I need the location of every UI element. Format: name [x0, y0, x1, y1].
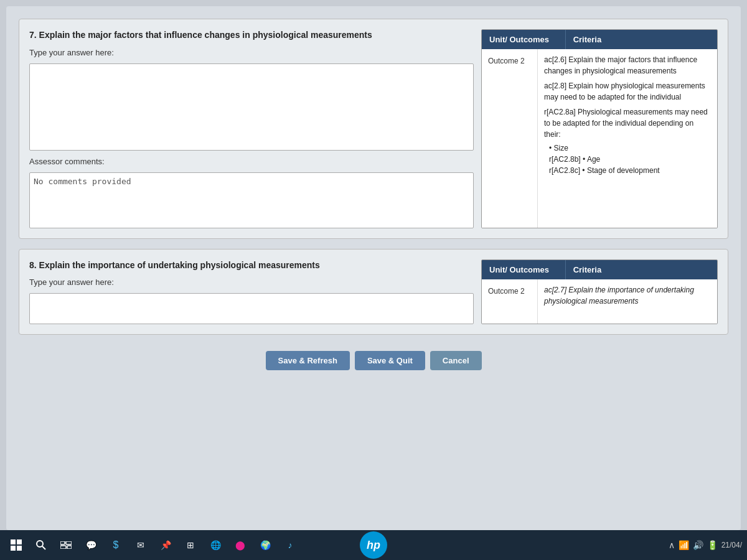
main-content: 7. Explain the major factors that influe… [6, 6, 741, 530]
save-quit-button[interactable]: Save & Quit [355, 351, 425, 370]
question8-title: 8. Explain the importance of undertaking… [29, 259, 474, 272]
question7-title: 7. Explain the major factors that influe… [29, 29, 474, 42]
windows-start-button[interactable] [5, 534, 27, 556]
volume-icon[interactable]: 🔊 [693, 540, 703, 550]
button-row: Save & Refresh Save & Quit Cancel [19, 345, 728, 376]
question8-answer-label: Type your answer here: [29, 278, 474, 287]
question8-criteria-outcome: Outcome 2 [482, 279, 538, 324]
taskbar-right: ∧ 📶 🔊 🔋 21/04/ [669, 540, 742, 550]
svg-rect-6 [60, 541, 65, 544]
svg-rect-1 [17, 539, 22, 544]
svg-rect-7 [66, 541, 72, 544]
chat-button[interactable]: 💬 [80, 534, 102, 556]
question8-criteria-header-col2: Criteria [566, 260, 717, 279]
hp-logo: hp [360, 531, 387, 559]
criteria-line3: r[AC2.8a] Physiological measurements may… [544, 106, 711, 140]
tiles-button[interactable]: ⊞ [179, 534, 202, 556]
question8-left: 8. Explain the importance of undertaking… [29, 259, 474, 325]
pin-button[interactable]: 📌 [154, 534, 177, 556]
question8-answer-input[interactable] [29, 293, 474, 324]
criteria-bullet2: r[AC2.8b] • Age [544, 154, 711, 165]
task-view-button[interactable] [55, 534, 77, 556]
search-button[interactable] [30, 534, 52, 556]
mail-button[interactable]: ✉ [129, 534, 152, 556]
battery-icon[interactable]: 🔋 [707, 540, 718, 550]
svg-rect-3 [17, 546, 22, 551]
svg-rect-2 [11, 546, 16, 551]
assessor-comments-input[interactable] [29, 172, 474, 228]
question7-block: 7. Explain the major factors that influe… [19, 19, 728, 239]
question8-block: 8. Explain the importance of undertaking… [19, 249, 728, 335]
criteria-line2: ac[2.8] Explain how physiological measur… [544, 80, 711, 103]
datetime-display: 21/04/ [721, 541, 742, 549]
svg-rect-0 [11, 539, 16, 544]
criteria-header-col1: Unit/ Outcomes [482, 30, 566, 49]
cancel-button[interactable]: Cancel [430, 351, 482, 370]
question8-criteria-text: ac[2.7] Explain the importance of undert… [538, 279, 717, 324]
criteria-header: Unit/ Outcomes Criteria [482, 30, 717, 49]
criteria-line1: ac[2.6] Explain the major factors that i… [544, 54, 711, 77]
dollar-icon[interactable]: $ [105, 534, 127, 556]
assessor-comments-label: Assessor comments: [29, 157, 474, 166]
svg-rect-8 [60, 546, 66, 549]
screen: 7. Explain the major factors that influe… [0, 0, 747, 530]
tray-arrow-icon[interactable]: ∧ [669, 540, 675, 550]
wifi-icon[interactable]: 📶 [679, 540, 689, 550]
browser-button[interactable]: 🌐 [204, 534, 227, 556]
question7-criteria-panel: Unit/ Outcomes Criteria Outcome 2 ac[2.6… [481, 29, 718, 228]
criteria-body: Outcome 2 ac[2.6] Explain the major fact… [482, 49, 717, 228]
globe-button[interactable]: 🌍 [254, 534, 276, 556]
question8-criteria-header: Unit/ Outcomes Criteria [482, 260, 717, 279]
svg-line-5 [42, 546, 45, 549]
svg-rect-9 [67, 546, 72, 549]
question8-criteria-body: Outcome 2 ac[2.7] Explain the importance… [482, 279, 717, 324]
sound-button[interactable]: ♪ [279, 534, 301, 556]
svg-point-4 [37, 541, 43, 547]
save-refresh-button[interactable]: Save & Refresh [266, 351, 350, 370]
question8-criteria-line1: ac[2.7] Explain the importance of undert… [544, 284, 711, 307]
question7-left: 7. Explain the major factors that influe… [29, 29, 474, 228]
criteria-header-col2: Criteria [566, 30, 717, 49]
question8-criteria-panel: Unit/ Outcomes Criteria Outcome 2 ac[2.7… [481, 259, 718, 325]
taskbar: 💬 $ ✉ 📌 ⊞ 🌐 ⬤ 🌍 ♪ hp ∧ 📶 🔊 🔋 21/04/ [0, 530, 747, 560]
question8-criteria-header-col1: Unit/ Outcomes [482, 260, 566, 279]
criteria-bullet3: r[AC2.8c] • Stage of development [544, 165, 711, 176]
question7-answer-input[interactable] [29, 63, 474, 151]
criteria-outcome: Outcome 2 [482, 49, 538, 228]
criteria-bullet1: • Size [544, 142, 711, 154]
question7-answer-label: Type your answer here: [29, 48, 474, 57]
criteria-text: ac[2.6] Explain the major factors that i… [538, 49, 717, 228]
taskbar-center: hp [360, 531, 387, 559]
music-button[interactable]: ⬤ [229, 534, 251, 556]
